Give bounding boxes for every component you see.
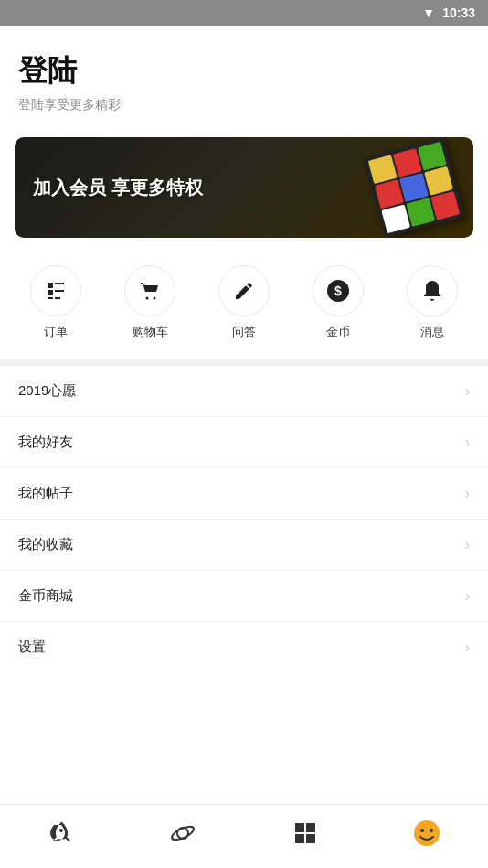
svg-point-7 xyxy=(154,297,156,300)
menu-item-friends[interactable]: 我的好友 › xyxy=(0,417,488,468)
menu-item-coinshop[interactable]: 金币商城 › xyxy=(0,571,488,622)
svg-point-17 xyxy=(420,829,424,832)
chevron-right-icon: › xyxy=(465,639,470,656)
menu-item-posts[interactable]: 我的帖子 › xyxy=(0,468,488,520)
svg-point-11 xyxy=(170,824,196,842)
svg-rect-15 xyxy=(306,834,315,843)
login-section: 登陆 登陆享受更多精彩 xyxy=(0,26,488,128)
friends-label: 我的好友 xyxy=(18,434,73,451)
svg-point-18 xyxy=(430,829,433,832)
rubik-cell xyxy=(406,198,435,227)
svg-rect-2 xyxy=(48,297,53,299)
qa-label: 问答 xyxy=(232,324,256,340)
rubik-cell xyxy=(393,148,422,177)
grid-icon xyxy=(293,821,317,852)
coin-icon-wrap: $ xyxy=(313,265,364,316)
svg-point-6 xyxy=(146,297,149,300)
coinshop-label: 金币商城 xyxy=(18,587,73,605)
order-icon-wrap xyxy=(30,265,81,316)
rubik-cell xyxy=(375,179,404,209)
menu-list: 2019心愿 › 我的好友 › 我的帖子 › 我的收藏 › 金币商城 › 设置 … xyxy=(0,366,488,672)
svg-rect-12 xyxy=(295,823,304,832)
order-label: 订单 xyxy=(44,324,68,340)
section-divider xyxy=(0,359,488,366)
action-order[interactable]: 订单 xyxy=(30,265,81,340)
quick-actions: 订单 购物车 问答 xyxy=(0,256,488,359)
message-label: 消息 xyxy=(420,324,444,340)
membership-banner[interactable]: 加入会员 享更多特权 xyxy=(15,137,473,238)
login-subtitle: 登陆享受更多精彩 xyxy=(18,97,470,113)
rubik-cell xyxy=(381,204,410,233)
posts-label: 我的帖子 xyxy=(18,485,73,502)
svg-rect-4 xyxy=(55,290,64,292)
cart-icon-wrap xyxy=(124,265,175,316)
chevron-right-icon: › xyxy=(465,434,470,451)
coin-icon: $ xyxy=(325,278,351,304)
banner-text: 加入会员 享更多特权 xyxy=(33,176,203,200)
cart-label: 购物车 xyxy=(133,324,168,340)
message-icon xyxy=(421,279,443,303)
svg-rect-5 xyxy=(55,297,60,299)
main-content: 登陆 登陆享受更多精彩 加入会员 享更多特权 xyxy=(0,26,488,868)
order-icon xyxy=(45,280,67,302)
wifi-icon: ▼ xyxy=(422,5,435,20)
qa-icon xyxy=(233,280,255,302)
rubiks-cube-image xyxy=(364,137,464,238)
banner-label: 加入会员 享更多特权 xyxy=(33,177,203,198)
cart-icon xyxy=(138,279,162,303)
svg-rect-13 xyxy=(306,823,315,832)
nav-rocket[interactable] xyxy=(34,809,89,864)
chevron-right-icon: › xyxy=(465,537,470,553)
menu-item-settings[interactable]: 设置 › xyxy=(0,622,488,672)
status-bar: ▼ 10:33 xyxy=(0,0,488,26)
planet-icon xyxy=(170,820,196,852)
qa-icon-wrap xyxy=(218,265,270,316)
svg-rect-1 xyxy=(48,290,53,295)
svg-rect-3 xyxy=(55,283,64,284)
favorites-label: 我的收藏 xyxy=(18,536,73,553)
svg-text:$: $ xyxy=(334,284,342,298)
wish-label: 2019心愿 xyxy=(18,382,76,400)
svg-point-16 xyxy=(414,820,440,846)
rubik-cell xyxy=(418,142,447,171)
rubik-cell xyxy=(430,191,460,220)
face-icon xyxy=(412,819,441,854)
page-title: 登陆 xyxy=(18,51,470,91)
rubik-cell xyxy=(399,173,429,202)
rubik-cell xyxy=(368,155,398,184)
action-qa[interactable]: 问答 xyxy=(218,265,270,340)
nav-grid[interactable] xyxy=(278,809,333,864)
action-message[interactable]: 消息 xyxy=(407,265,458,340)
rocket-icon xyxy=(48,820,74,852)
chevron-right-icon: › xyxy=(465,588,470,605)
action-cart[interactable]: 购物车 xyxy=(124,265,175,340)
svg-rect-0 xyxy=(48,283,53,288)
nav-planet[interactable] xyxy=(155,809,210,864)
svg-rect-14 xyxy=(295,834,304,843)
settings-label: 设置 xyxy=(18,638,46,656)
time-display: 10:33 xyxy=(442,5,475,20)
menu-item-wish[interactable]: 2019心愿 › xyxy=(0,366,488,417)
rubik-cell xyxy=(424,166,453,196)
coin-label: 金币 xyxy=(326,324,350,340)
message-icon-wrap xyxy=(407,265,458,316)
chevron-right-icon: › xyxy=(465,486,470,502)
chevron-right-icon: › xyxy=(465,383,470,400)
nav-face[interactable] xyxy=(399,809,454,864)
action-coin[interactable]: $ 金币 xyxy=(313,265,364,340)
bottom-nav xyxy=(0,804,488,868)
menu-item-favorites[interactable]: 我的收藏 › xyxy=(0,520,488,571)
